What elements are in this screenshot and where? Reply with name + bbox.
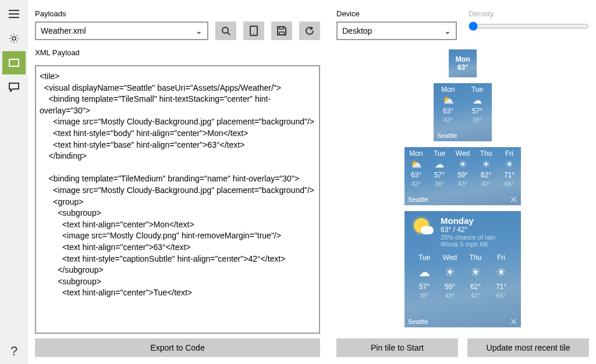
hi-temp: 57° (419, 283, 430, 291)
tile-small: Mon 63° (449, 49, 477, 77)
weather-icon: ☀ (445, 265, 455, 279)
weather-icon: ☀ (482, 159, 490, 170)
large-hi-lo: 63° / 42° (441, 226, 495, 234)
weather-icon: ⛅ (442, 95, 454, 106)
day-label: Thu (480, 149, 492, 158)
device-button[interactable] (243, 22, 264, 40)
close-icon[interactable] (510, 196, 517, 203)
weather-icon: ☁ (473, 95, 482, 106)
nav-rail: ? (0, 0, 28, 364)
tile-previews: Mon 63° Mon ⛅ 63° 42° Tue ☁ 57° (336, 49, 589, 334)
weather-icon: ☁ (435, 159, 444, 170)
menu-button[interactable] (2, 2, 26, 26)
svg-rect-0 (9, 59, 19, 66)
lo-temp: 38° (473, 116, 483, 123)
large-chance: 20% chance of rain (441, 234, 495, 241)
settings-icon[interactable] (2, 27, 26, 50)
payloads-label: Payloads (35, 9, 320, 18)
weather-icon: ⛅ (410, 159, 422, 170)
hi-temp: 71° (496, 283, 506, 291)
export-button[interactable]: Export to Code (35, 338, 320, 357)
day-label: Fri (497, 254, 505, 262)
lo-temp: 38° (435, 180, 445, 187)
lo-temp: 42° (481, 180, 491, 187)
xml-payload-label: XML Payload (35, 48, 320, 57)
tile-medium: Mon ⛅ 63° 42° Tue ☁ 57° 38° Seattle (434, 83, 492, 141)
weather-icon: ☁ (418, 265, 430, 279)
tile-brand: Seattle (437, 132, 457, 139)
hi-temp: 63° (411, 171, 421, 179)
hi-temp: 62° (470, 283, 481, 291)
lo-temp: 42° (471, 292, 481, 299)
update-button[interactable]: Update most recent tile (467, 338, 589, 357)
day-label: Fri (505, 149, 513, 158)
tile-brand: Seattle (408, 196, 428, 203)
refresh-button[interactable] (299, 22, 320, 40)
day-label: Wed (443, 254, 457, 262)
lo-temp: 43° (458, 180, 468, 187)
tile-wide: Mon ⛅ 63° 42°Tue ☁ 57° 38°Wed ☀ 59° 43°T… (405, 147, 521, 205)
day-label: Tue (434, 149, 445, 158)
payload-select-value: Weather.xml (41, 26, 86, 35)
hi-temp: 59° (457, 171, 468, 179)
sun-cloud-icon (411, 216, 435, 239)
large-wind: Winds 5 mph NE (441, 241, 495, 248)
lo-temp: 66° (505, 180, 515, 187)
pin-button[interactable]: Pin tile to Start (336, 338, 458, 357)
weather-icon: ☀ (505, 159, 513, 170)
close-icon[interactable] (510, 318, 517, 325)
weather-icon: ☀ (470, 265, 481, 279)
tile-large: Monday 63° / 42° 20% chance of rain Wind… (405, 211, 521, 327)
lo-temp: 66° (496, 292, 506, 299)
payload-select[interactable]: Weather.xml ⌄ (35, 22, 208, 40)
hi-temp: 59° (445, 283, 455, 291)
weather-icon: ☀ (496, 265, 506, 279)
device-select[interactable]: Desktop ⌄ (336, 22, 457, 40)
device-label: Device (336, 9, 457, 18)
device-select-value: Desktop (342, 26, 372, 35)
lo-temp: 38° (420, 292, 430, 299)
svg-rect-4 (279, 32, 284, 35)
search-button[interactable] (215, 22, 236, 40)
tile-small-day: Mon (456, 55, 470, 63)
tile-brand: Seattle (408, 318, 428, 325)
lo-temp: 43° (445, 292, 455, 299)
lo-temp: 42° (411, 180, 421, 187)
hi-temp: 62° (481, 171, 491, 179)
lo-temp: 42° (444, 116, 453, 123)
svg-point-3 (253, 33, 254, 34)
xml-editor[interactable]: <tile> <visual displayName="Seattle" bas… (35, 65, 320, 334)
day-label: Tue (418, 254, 430, 262)
day-label: Mon (441, 85, 455, 94)
tiles-view-icon[interactable] (2, 51, 26, 74)
help-icon[interactable]: ? (2, 340, 26, 363)
hi-temp: 63° (443, 107, 453, 115)
hi-temp: 57° (434, 171, 445, 179)
chevron-down-icon: ⌄ (444, 26, 451, 35)
density-label: Density (469, 9, 589, 18)
tile-small-temp: 63° (457, 63, 468, 72)
day-label: Wed (456, 149, 470, 158)
save-button[interactable] (271, 22, 292, 40)
weather-icon: ☀ (459, 159, 467, 170)
day-label: Tue (471, 85, 483, 94)
day-label: Thu (470, 254, 482, 262)
density-slider[interactable] (469, 22, 589, 31)
comment-icon[interactable] (2, 76, 26, 99)
hi-temp: 71° (504, 171, 515, 179)
large-day: Monday (441, 216, 495, 226)
svg-point-1 (222, 27, 228, 33)
chevron-down-icon: ⌄ (196, 26, 203, 35)
svg-rect-5 (279, 27, 283, 29)
hi-temp: 57° (472, 107, 483, 115)
day-label: Mon (409, 149, 423, 158)
